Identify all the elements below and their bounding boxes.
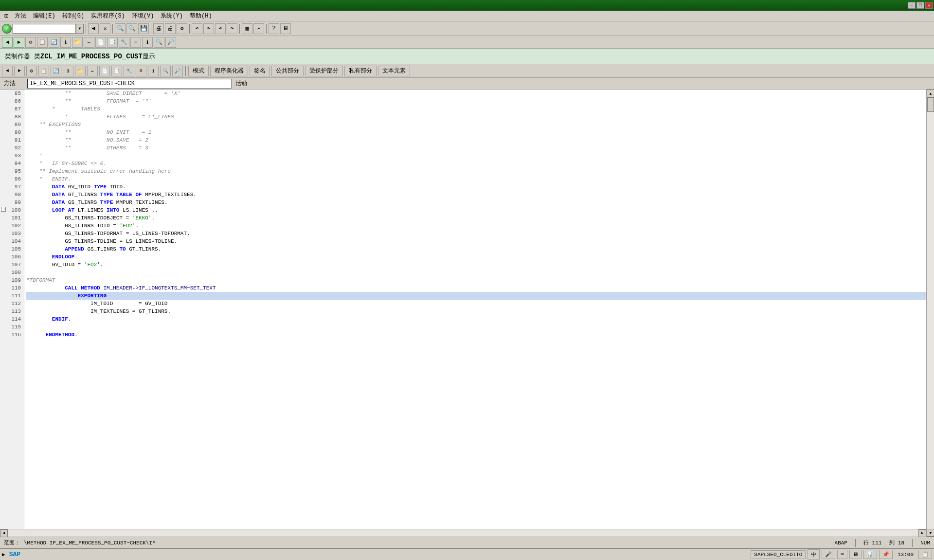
icon-2[interactable]: 📋	[37, 37, 48, 48]
icon-folder[interactable]: 📁	[75, 66, 86, 76]
command-dropdown[interactable]: ▼	[76, 24, 84, 34]
code-line-86[interactable]: ** FFORMAT = '*'	[26, 97, 926, 105]
taskbar-icon3[interactable]: 📌	[879, 550, 893, 559]
code-line-90[interactable]: ** NO_INIT = 1	[26, 128, 926, 136]
menu-help[interactable]: 帮助(H)	[187, 11, 215, 21]
public-section-button[interactable]: 公共部分	[271, 66, 304, 76]
code-line-106[interactable]: ENDLOOP.	[26, 253, 926, 261]
layout-icon[interactable]: ▦	[242, 23, 252, 34]
code-line-95[interactable]: ** Implement suitable error handling her…	[26, 167, 926, 175]
code-line-99[interactable]: DATA GS_TLINRS TYPE MMPUR_TEXTLINES.	[26, 199, 926, 206]
code-line-116[interactable]: ENDMETHOD.	[26, 331, 926, 339]
code-line-102[interactable]: GS_TLINRS-TDID = 'FO2'.	[26, 222, 926, 230]
icon-3[interactable]: 🔄	[49, 37, 59, 48]
menu-environment[interactable]: 环境(V)	[129, 11, 157, 21]
code-line-109[interactable]: *TDFORMAT	[26, 276, 926, 284]
icon-doc2[interactable]: 📑	[111, 66, 122, 76]
title-bar-buttons[interactable]: ─ □ ✕	[908, 2, 933, 9]
redo-icon[interactable]: ↷	[203, 23, 214, 34]
code-line-89[interactable]: ** EXCEPTIONS	[26, 121, 926, 128]
scroll-thumb[interactable]	[927, 97, 934, 112]
code-line-85[interactable]: ** SAVE_DIRECT = 'X'	[26, 90, 926, 97]
text-elements-button[interactable]: 文本元素	[378, 66, 410, 76]
scroll-track[interactable]	[927, 97, 934, 529]
icon-magnify[interactable]: 🔎	[172, 66, 183, 76]
command-input[interactable]	[13, 24, 76, 34]
icon-9[interactable]: 🔧	[119, 37, 129, 48]
code-line-111[interactable]: EXPORTING	[26, 292, 926, 300]
code-line-92[interactable]: ** OTHERS = 3	[26, 144, 926, 152]
icon-list[interactable]: ≡	[136, 66, 146, 76]
menu-edit[interactable]: 编辑(E)	[30, 11, 58, 21]
mode-button[interactable]: 模式	[188, 66, 209, 76]
code-line-113[interactable]: IM_TEXTLINES = GT_TLINRS.	[26, 307, 926, 315]
print-icon[interactable]: 🖨	[153, 23, 164, 34]
settings-icon[interactable]: ⚙	[177, 23, 187, 34]
taskbar-icon1[interactable]: 🖥	[849, 550, 862, 559]
icon-info[interactable]: ℹ	[63, 66, 73, 76]
minimize-button[interactable]: ─	[908, 2, 916, 9]
scrollbar-vertical[interactable]: ▲ ▼	[926, 90, 934, 537]
icon-4[interactable]: ℹ	[60, 37, 71, 48]
help-icon[interactable]: ?	[269, 23, 279, 34]
code-line-98[interactable]: DATA GT_TLINRS TYPE TABLE OF MMPUR_TEXTL…	[26, 191, 926, 199]
icon-6[interactable]: ✏	[84, 37, 94, 48]
icon-wrench[interactable]: 🔧	[124, 66, 134, 76]
code-line-103[interactable]: GS_TLINRS-TDFORMAT = LS_LINES-TDFORMAT.	[26, 230, 926, 237]
scroll-right-button[interactable]: ►	[918, 529, 926, 537]
scroll-left-button[interactable]: ◄	[0, 529, 8, 537]
code-content[interactable]: ** SAVE_DIRECT = 'X' ** FFORMAT = '*' * …	[24, 90, 926, 537]
code-line-112[interactable]: IM_TDID = GV_TDID	[26, 300, 926, 307]
scroll-track-h[interactable]	[8, 529, 918, 537]
code-line-105[interactable]: APPEND GS_TLINRS TO GT_TLINRS.	[26, 245, 926, 253]
icon-13[interactable]: 🔎	[165, 37, 176, 48]
menu-method[interactable]: 方法	[12, 11, 29, 21]
code-line-88[interactable]: * FLINES = LT_LINES	[26, 113, 926, 121]
undo2-icon[interactable]: ↶	[215, 23, 226, 34]
code-line-104[interactable]: GS_TLINRS-TDLINE = LS_LINES-TDLINE.	[26, 237, 926, 245]
icon-search[interactable]: 🔍	[160, 66, 171, 76]
icon-10[interactable]: ≡	[130, 37, 141, 48]
layout2-icon[interactable]: ▪	[253, 23, 264, 34]
icon-nav1[interactable]: ◄	[2, 66, 13, 76]
icon-7[interactable]: 📄	[95, 37, 106, 48]
menu-goto[interactable]: 转到(G)	[59, 11, 88, 21]
find-icon[interactable]: 🔍	[115, 23, 126, 34]
icon-nav2[interactable]: ►	[14, 66, 25, 76]
save-icon[interactable]: 💾	[138, 23, 149, 34]
code-line-94[interactable]: * IF SY-SUBRC <> 0.	[26, 160, 926, 167]
icon-11[interactable]: ℹ	[142, 37, 153, 48]
icon-8[interactable]: 📑	[107, 37, 118, 48]
icon-doc[interactable]: 📄	[99, 66, 110, 76]
taskbar-sidebar[interactable]: 📋	[918, 550, 932, 559]
taskbar-arrow[interactable]: ▶	[2, 551, 5, 558]
private-section-button[interactable]: 私有部分	[344, 66, 377, 76]
nav-next-icon[interactable]: ►	[14, 37, 24, 48]
redo2-icon[interactable]: ↷	[227, 23, 237, 34]
taskbar-kb[interactable]: ⌨	[837, 550, 847, 559]
icon-edit[interactable]: ✏	[87, 66, 98, 76]
scroll-down-button[interactable]: ▼	[927, 529, 934, 537]
taskbar-mic[interactable]: 🎤	[822, 550, 835, 559]
scrollbar-horizontal[interactable]: ◄ ►	[0, 529, 926, 537]
undo-icon[interactable]: ↶	[192, 23, 202, 34]
maximize-button[interactable]: □	[916, 2, 924, 9]
icon-tools1[interactable]: ⚙	[26, 66, 37, 76]
menu-system[interactable]: 系统(Y)	[158, 11, 186, 21]
protected-section-button[interactable]: 受保护部分	[305, 66, 343, 76]
find-next-icon[interactable]: 🔍	[126, 23, 137, 34]
code-line-91[interactable]: ** NO_SAVE = 2	[26, 136, 926, 144]
code-line-108[interactable]	[26, 269, 926, 276]
icon-tools3[interactable]: 🔄	[51, 66, 61, 76]
taskbar-session[interactable]: SAPLSEO_CLEDITO	[751, 550, 806, 559]
code-line-87[interactable]: * TABLES	[26, 105, 926, 113]
nav-prev-icon[interactable]: ◄	[2, 37, 13, 48]
icon-1[interactable]: ⚙	[25, 37, 36, 48]
method-input[interactable]	[27, 79, 232, 89]
exit-icon[interactable]: ✕	[100, 23, 110, 34]
menu-utilities[interactable]: 实用程序(S)	[88, 11, 128, 21]
code-line-96[interactable]: * ENDIF.	[26, 175, 926, 183]
icon-5[interactable]: 📁	[72, 37, 83, 48]
code-line-100[interactable]: LOOP AT LT_LINES INTO LS_LINES ..	[26, 206, 926, 214]
code-line-114[interactable]: ENDIF.	[26, 315, 926, 323]
